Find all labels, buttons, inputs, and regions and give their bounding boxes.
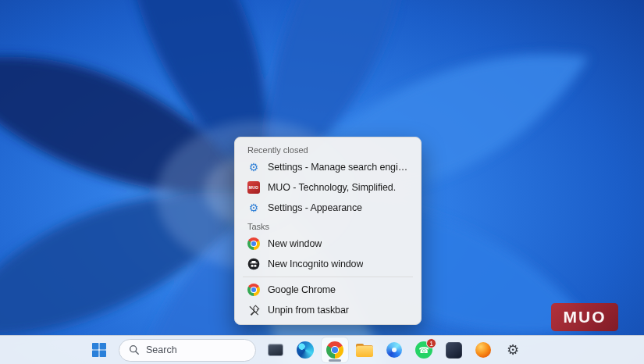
search-box[interactable]: Search [119, 339, 256, 362]
folder-icon [356, 344, 373, 357]
search-label: Search [146, 344, 177, 355]
muo-watermark-logo: MUO [551, 303, 618, 331]
jumplist-item-new-incognito-window[interactable]: New Incognito window [235, 254, 421, 274]
chrome-button[interactable] [322, 337, 348, 362]
orange-app-icon [475, 342, 491, 358]
jumplist-item-label: Google Chrome [268, 284, 336, 295]
blue-swirl-app-icon [386, 342, 402, 358]
dark-app-icon [446, 342, 462, 359]
jumplist-item-unpin-from-taskbar[interactable]: Unpin from taskbar [235, 300, 421, 320]
jumplist-item-label: New window [268, 238, 322, 249]
chrome-icon [326, 341, 343, 359]
edge-button[interactable] [292, 337, 318, 362]
muo-favicon-icon: MUO [247, 181, 260, 194]
dark-app-button[interactable] [440, 337, 467, 362]
jumplist-item-label: New Incognito window [268, 259, 363, 269]
jumplist-item-google-chrome[interactable]: Google Chrome [235, 280, 421, 300]
jumplist-item-label: MUO - Technology, Simplified. [268, 182, 396, 193]
unpin-icon [247, 304, 260, 316]
media-player-button[interactable] [381, 337, 407, 362]
jumplist-item-new-window[interactable]: New window [235, 234, 421, 254]
monitor-icon [268, 344, 283, 356]
recently-closed-header: Recently closed [235, 141, 421, 157]
jumplist-divider [243, 277, 413, 277]
jumplist-item-label: Settings - Appearance [268, 202, 362, 213]
edge-icon [297, 341, 314, 359]
tasks-header: Tasks [235, 218, 421, 234]
jumplist-item-settings-manage-search-engines[interactable]: ⚙ Settings - Manage search engines... [235, 157, 421, 177]
notification-badge: 1 [426, 338, 436, 348]
settings-gear-icon: ⚙ [247, 161, 260, 173]
jumplist-item-label: Settings - Manage search engines... [268, 162, 408, 173]
chrome-icon [247, 284, 260, 296]
settings-gear-icon: ⚙ [507, 343, 519, 357]
settings-gear-icon: ⚙ [247, 202, 260, 214]
windows-logo-icon [92, 343, 106, 357]
chrome-jump-list: Recently closed ⚙ Settings - Manage sear… [234, 137, 422, 325]
start-button[interactable] [86, 337, 112, 362]
settings-button[interactable]: ⚙ [500, 337, 526, 362]
orange-app-button[interactable] [470, 337, 496, 362]
jumplist-item-label: Unpin from taskbar [268, 305, 349, 316]
task-view-app-button[interactable] [262, 337, 289, 362]
jumplist-item-settings-appearance[interactable]: ⚙ Settings - Appearance [235, 198, 421, 218]
whatsapp-button[interactable]: ☎ 1 [411, 337, 437, 362]
file-explorer-button[interactable] [351, 337, 378, 362]
jumplist-item-muo-tab[interactable]: MUO MUO - Technology, Simplified. [235, 177, 421, 198]
desktop-screen: Recently closed ⚙ Settings - Manage sear… [0, 0, 644, 364]
incognito-icon [247, 258, 260, 270]
search-icon [129, 344, 140, 355]
taskbar: Search ☎ 1 ⚙ [0, 335, 644, 364]
chrome-icon [247, 237, 260, 250]
